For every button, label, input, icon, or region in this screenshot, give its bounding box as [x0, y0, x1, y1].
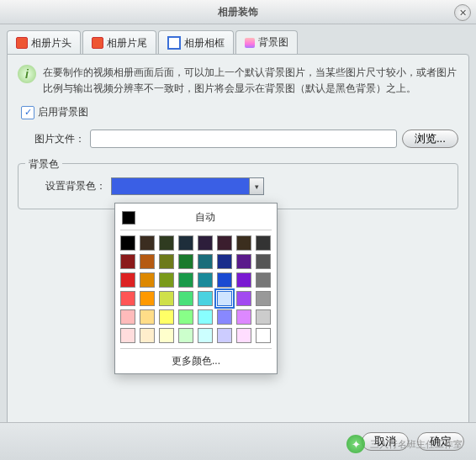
color-swatch[interactable]	[198, 291, 213, 306]
tab-label: 相册相框	[184, 36, 225, 50]
bgcolor-dropdown[interactable]: ▾	[111, 177, 264, 195]
color-swatch[interactable]	[217, 328, 232, 343]
image-file-input[interactable]	[90, 130, 397, 148]
color-grid	[120, 235, 272, 343]
color-auto-item[interactable]: 自动	[120, 209, 272, 230]
color-swatch[interactable]	[236, 328, 251, 343]
color-swatch[interactable]	[217, 272, 232, 288]
color-swatch[interactable]	[140, 328, 155, 343]
close-icon: ✕	[459, 8, 467, 18]
color-swatch[interactable]	[178, 235, 193, 251]
bgcolor-fieldset: 背景色 设置背景色： ▾ 自动 更多颜色...	[18, 163, 458, 209]
tab-album-head[interactable]: 相册片头	[7, 30, 81, 55]
color-swatch[interactable]	[217, 235, 232, 251]
tab-label: 相册片头	[31, 36, 71, 50]
ok-button[interactable]: 确定	[417, 432, 464, 451]
color-swatch[interactable]	[236, 309, 251, 325]
bgcolor-legend: 背景色	[25, 157, 62, 172]
color-swatch[interactable]	[217, 309, 232, 325]
doc-icon	[92, 37, 103, 49]
close-button[interactable]: ✕	[454, 4, 471, 21]
titlebar: 相册装饰 ✕	[0, 0, 476, 24]
tab-label: 相册片尾	[107, 36, 147, 50]
color-swatch[interactable]	[256, 254, 271, 269]
enable-bg-label: 启用背景图	[38, 105, 88, 119]
color-swatch[interactable]	[159, 272, 174, 288]
image-icon	[245, 38, 255, 48]
color-auto-label: 自动	[140, 210, 270, 225]
color-swatch[interactable]	[120, 235, 135, 251]
color-swatch[interactable]	[198, 328, 213, 343]
color-swatch[interactable]	[159, 291, 174, 306]
color-swatch[interactable]	[236, 235, 251, 251]
color-swatch[interactable]	[140, 272, 155, 288]
color-swatch[interactable]	[178, 272, 193, 288]
frame-icon	[167, 36, 181, 50]
browse-button[interactable]: 浏览...	[402, 130, 458, 148]
cancel-button[interactable]: 取消	[362, 432, 409, 451]
tab-album-tail[interactable]: 相册片尾	[82, 30, 156, 55]
color-swatch[interactable]	[256, 291, 271, 306]
image-file-label: 图片文件：	[34, 132, 85, 146]
color-swatch[interactable]	[256, 272, 271, 288]
color-swatch[interactable]	[120, 309, 135, 325]
color-swatch[interactable]	[159, 309, 174, 325]
info-text: 在要制作的视频相册画面后面，可以加上一个默认背景图片，当某些图片尺寸较小，或者图…	[43, 65, 458, 97]
swatch-black	[122, 211, 135, 225]
color-swatch[interactable]	[140, 235, 155, 251]
color-swatch[interactable]	[256, 235, 271, 251]
enable-bg-checkbox[interactable]: ✓	[21, 106, 34, 119]
color-swatch[interactable]	[236, 291, 251, 306]
color-swatch[interactable]	[178, 309, 193, 325]
info-icon: i	[18, 65, 36, 83]
color-swatch[interactable]	[120, 328, 135, 343]
color-swatch[interactable]	[140, 291, 155, 306]
color-swatch[interactable]	[198, 272, 213, 288]
color-swatch[interactable]	[236, 272, 251, 288]
color-swatch[interactable]	[256, 328, 271, 343]
tab-album-frame[interactable]: 相册相框	[158, 30, 234, 55]
color-swatch[interactable]	[198, 309, 213, 325]
dialog-footer: 取消 确定 ✦ 三人行名班主任工作室	[0, 422, 476, 460]
color-swatch[interactable]	[159, 235, 174, 251]
color-swatch[interactable]	[178, 254, 193, 269]
bgcolor-label: 设置背景色：	[45, 179, 106, 193]
window-title: 相册装饰	[218, 5, 258, 19]
tab-strip: 相册片头 相册片尾 相册相框 背景图	[0, 24, 476, 54]
color-swatch[interactable]	[159, 254, 174, 269]
more-colors-item[interactable]: 更多颜色...	[120, 348, 272, 368]
color-popup: 自动 更多颜色...	[114, 203, 278, 374]
color-swatch[interactable]	[120, 291, 135, 306]
color-swatch[interactable]	[159, 328, 174, 343]
color-swatch[interactable]	[120, 272, 135, 288]
color-swatch[interactable]	[198, 254, 213, 269]
color-swatch[interactable]	[236, 254, 251, 269]
color-swatch[interactable]	[140, 309, 155, 325]
tab-background[interactable]: 背景图	[235, 30, 298, 55]
chevron-down-icon: ▾	[249, 178, 263, 194]
color-swatch[interactable]	[178, 328, 193, 343]
tab-label: 背景图	[258, 35, 288, 50]
color-swatch[interactable]	[140, 254, 155, 269]
color-swatch[interactable]	[198, 235, 213, 251]
panel-background: i 在要制作的视频相册画面后面，可以加上一个默认背景图片，当某些图片尺寸较小，或…	[7, 54, 469, 442]
color-swatch[interactable]	[217, 291, 232, 306]
color-swatch[interactable]	[178, 291, 193, 306]
color-swatch[interactable]	[120, 254, 135, 269]
doc-icon	[16, 37, 28, 49]
color-swatch[interactable]	[256, 309, 271, 325]
color-swatch[interactable]	[217, 254, 232, 269]
